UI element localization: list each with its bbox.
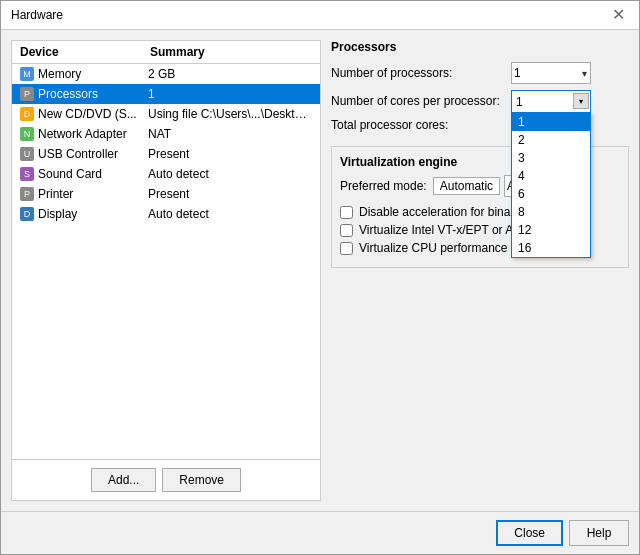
device-list-header: Device Summary: [12, 41, 320, 64]
right-panel: Processors Number of processors: 1 2 4 8…: [331, 40, 629, 501]
list-item[interactable]: N Network Adapter NAT: [12, 124, 320, 144]
device-name: Sound Card: [38, 167, 148, 181]
device-icon-sound: S: [20, 167, 34, 181]
list-item[interactable]: M Memory 2 GB: [12, 64, 320, 84]
dialog-title: Hardware: [11, 8, 63, 22]
device-summary: Present: [148, 187, 312, 201]
device-icon-processor: P: [20, 87, 34, 101]
device-summary: NAT: [148, 127, 312, 141]
total-cores-label: Total processor cores:: [331, 118, 511, 132]
close-button[interactable]: Close: [496, 520, 563, 546]
num-cores-label: Number of cores per processor:: [331, 94, 511, 108]
list-item[interactable]: S Sound Card Auto detect: [12, 164, 320, 184]
col-device-header: Device: [20, 45, 150, 59]
device-name: Network Adapter: [38, 127, 148, 141]
num-cores-row: Number of cores per processor: 1 ▾ 12346…: [331, 90, 629, 112]
device-name: Memory: [38, 67, 148, 81]
remove-button[interactable]: Remove: [162, 468, 241, 492]
dropdown-option[interactable]: 3: [512, 149, 590, 167]
list-item[interactable]: D New CD/DVD (S... Using file C:\Users\.…: [12, 104, 320, 124]
device-actions: Add... Remove: [12, 459, 320, 500]
hardware-dialog: Hardware ✕ Device Summary M Memory 2 GB …: [0, 0, 640, 555]
device-name: New CD/DVD (S...: [38, 107, 148, 121]
device-summary: Present: [148, 147, 312, 161]
dropdown-option[interactable]: 6: [512, 185, 590, 203]
dropdown-option[interactable]: 8: [512, 203, 590, 221]
dropdown-option[interactable]: 16: [512, 239, 590, 257]
device-summary: 2 GB: [148, 67, 312, 81]
preferred-mode-label: Preferred mode:: [340, 179, 427, 193]
dropdown-option[interactable]: 4: [512, 167, 590, 185]
dialog-body: Device Summary M Memory 2 GB P Processor…: [1, 30, 639, 511]
virtualization-checkbox[interactable]: [340, 206, 353, 219]
virtualization-checkbox[interactable]: [340, 224, 353, 237]
add-button[interactable]: Add...: [91, 468, 156, 492]
num-cores-input[interactable]: 1 ▾: [511, 90, 591, 112]
device-name: Printer: [38, 187, 148, 201]
device-icon-printer: P: [20, 187, 34, 201]
list-item[interactable]: P Processors 1: [12, 84, 320, 104]
num-processors-row: Number of processors: 1 2 4 8: [331, 62, 629, 84]
dropdown-option[interactable]: 12: [512, 221, 590, 239]
num-cores-dropdown-wrapper: 1 ▾ 1234681216: [511, 90, 591, 112]
device-name: USB Controller: [38, 147, 148, 161]
preferred-mode-value: Automatic: [433, 177, 500, 195]
dialog-footer: Close Help: [1, 511, 639, 554]
col-summary-header: Summary: [150, 45, 312, 59]
list-item[interactable]: U USB Controller Present: [12, 144, 320, 164]
device-summary: Auto detect: [148, 167, 312, 181]
num-cores-value: 1: [516, 95, 523, 109]
num-cores-dropdown-list: 1234681216: [511, 112, 591, 258]
device-panel: Device Summary M Memory 2 GB P Processor…: [11, 40, 321, 501]
dropdown-option[interactable]: 2: [512, 131, 590, 149]
device-icon-memory: M: [20, 67, 34, 81]
list-item[interactable]: D Display Auto detect: [12, 204, 320, 224]
num-processors-select[interactable]: 1 2 4 8: [511, 62, 591, 84]
device-icon-display: D: [20, 207, 34, 221]
num-processors-label: Number of processors:: [331, 66, 511, 80]
device-summary: Using file C:\Users\...\Desktop\W...: [148, 107, 312, 121]
device-summary: 1: [148, 87, 312, 101]
device-summary: Auto detect: [148, 207, 312, 221]
device-name: Processors: [38, 87, 148, 101]
processors-title: Processors: [331, 40, 629, 54]
title-bar: Hardware ✕: [1, 1, 639, 30]
num-processors-select-wrapper: 1 2 4 8: [511, 62, 591, 84]
list-item[interactable]: P Printer Present: [12, 184, 320, 204]
device-icon-network: N: [20, 127, 34, 141]
help-button[interactable]: Help: [569, 520, 629, 546]
num-cores-arrow[interactable]: ▾: [573, 93, 589, 109]
device-list: M Memory 2 GB P Processors 1 D New CD/DV…: [12, 64, 320, 459]
virtualization-checkbox[interactable]: [340, 242, 353, 255]
device-name: Display: [38, 207, 148, 221]
close-icon[interactable]: ✕: [608, 7, 629, 23]
device-icon-cdrom: D: [20, 107, 34, 121]
device-icon-usb: U: [20, 147, 34, 161]
dropdown-option[interactable]: 1: [512, 113, 590, 131]
